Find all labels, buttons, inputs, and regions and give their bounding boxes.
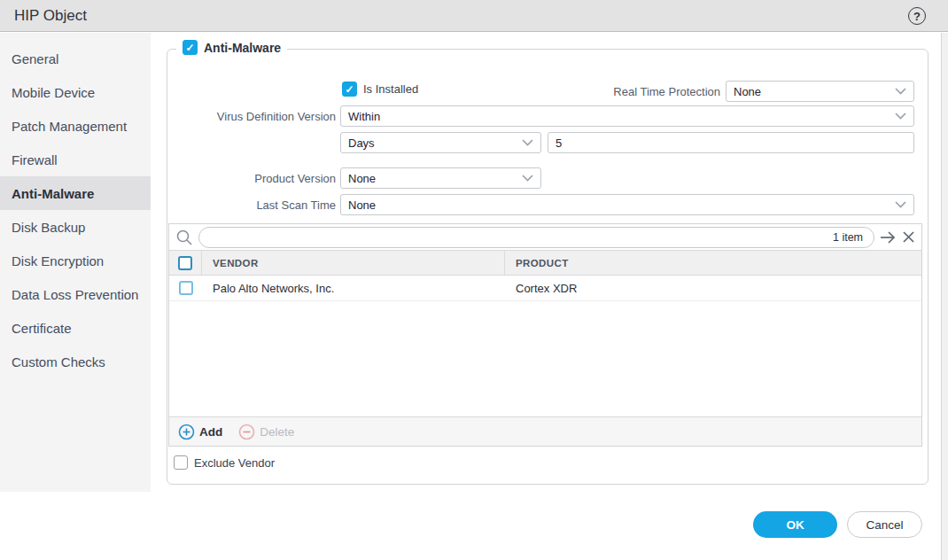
select-all-checkbox[interactable]	[178, 256, 192, 270]
sidebar-item-custom-checks[interactable]: Custom Checks	[0, 345, 151, 378]
row-checkbox[interactable]	[179, 281, 193, 295]
anti-malware-legend-label: Anti-Malware	[204, 41, 281, 55]
dialog-title: HIP Object	[14, 7, 87, 25]
virus-definition-version-select[interactable]: Within	[340, 105, 914, 127]
item-count-badge: 1 item	[833, 231, 863, 244]
search-input[interactable]: 1 item	[198, 227, 874, 248]
threshold-unit-select[interactable]: Days	[340, 132, 541, 153]
last-scan-time-select[interactable]: None	[340, 194, 914, 215]
sidebar-item-disk-backup[interactable]: Disk Backup	[0, 210, 151, 244]
is-installed-label: Is Installed	[363, 82, 418, 96]
add-button[interactable]: Add	[178, 424, 222, 440]
chevron-down-icon	[895, 201, 906, 208]
table-footer: Add Delete	[169, 416, 921, 446]
apply-filter-arrow-icon[interactable]	[880, 230, 897, 245]
vendor-cell: Palo Alto Networks, Inc.	[202, 276, 505, 300]
sidebar-item-patch-management[interactable]: Patch Management	[0, 109, 151, 143]
chevron-down-icon	[522, 175, 533, 182]
search-icon	[175, 229, 193, 246]
clear-filter-icon[interactable]	[902, 230, 915, 244]
sidebar-item-mobile-device[interactable]: Mobile Device	[0, 75, 151, 109]
cancel-button[interactable]: Cancel	[847, 511, 922, 538]
product-version-select[interactable]: None	[340, 167, 541, 189]
anti-malware-section: ✓ Anti-Malware ✓ Is Installed Real Time …	[167, 49, 929, 485]
product-cell: Cortex XDR	[505, 276, 921, 300]
sidebar-item-general[interactable]: General	[0, 42, 151, 75]
exclude-vendor-row: Exclude Vendor	[174, 455, 275, 470]
minus-circle-icon	[238, 424, 255, 440]
delete-button[interactable]: Delete	[238, 424, 294, 440]
chevron-down-icon	[895, 113, 906, 120]
vertical-scrollbar[interactable]	[941, 33, 948, 560]
threshold-value-input[interactable]	[548, 132, 914, 153]
sidebar: General Mobile Device Patch Management F…	[0, 33, 151, 492]
table-search-row: 1 item	[169, 224, 921, 251]
chevron-down-icon	[522, 139, 533, 146]
exclude-vendor-label: Exclude Vendor	[194, 456, 275, 470]
is-installed-checkbox[interactable]: ✓	[342, 82, 357, 97]
help-icon[interactable]: ?	[908, 7, 926, 25]
sidebar-item-anti-malware[interactable]: Anti-Malware	[0, 176, 151, 210]
dialog-titlebar: HIP Object	[0, 0, 948, 32]
table-row[interactable]: Palo Alto Networks, Inc. Cortex XDR	[169, 276, 921, 301]
chevron-down-icon	[895, 88, 906, 95]
ok-button[interactable]: OK	[753, 511, 837, 538]
vendor-table: 1 item VENDOR PRODUCT Palo Alto Networks…	[168, 223, 922, 447]
table-header: VENDOR PRODUCT	[169, 251, 921, 276]
real-time-protection-label: Real Time Protection	[522, 85, 720, 98]
sidebar-item-certificate[interactable]: Certificate	[0, 311, 151, 345]
vendor-column-header[interactable]: VENDOR	[202, 251, 505, 275]
sidebar-item-firewall[interactable]: Firewall	[0, 143, 151, 176]
last-scan-time-label: Last Scan Time	[167, 198, 336, 212]
anti-malware-legend: ✓ Anti-Malware	[176, 40, 287, 55]
virus-definition-version-label: Virus Definition Version	[167, 110, 336, 123]
is-installed-row: ✓ Is Installed	[342, 82, 418, 97]
exclude-vendor-checkbox[interactable]	[174, 455, 188, 470]
hip-object-dialog: HIP Object ? General Mobile Device Patch…	[0, 0, 948, 560]
product-column-header[interactable]: PRODUCT	[505, 251, 921, 275]
real-time-protection-select[interactable]: None	[726, 81, 914, 102]
product-version-label: Product Version	[167, 172, 336, 185]
anti-malware-checkbox[interactable]: ✓	[183, 40, 198, 55]
sidebar-item-disk-encryption[interactable]: Disk Encryption	[0, 244, 151, 277]
table-empty-area	[169, 301, 921, 416]
plus-circle-icon	[178, 424, 195, 440]
sidebar-item-data-loss-prevention[interactable]: Data Loss Prevention	[0, 277, 151, 311]
